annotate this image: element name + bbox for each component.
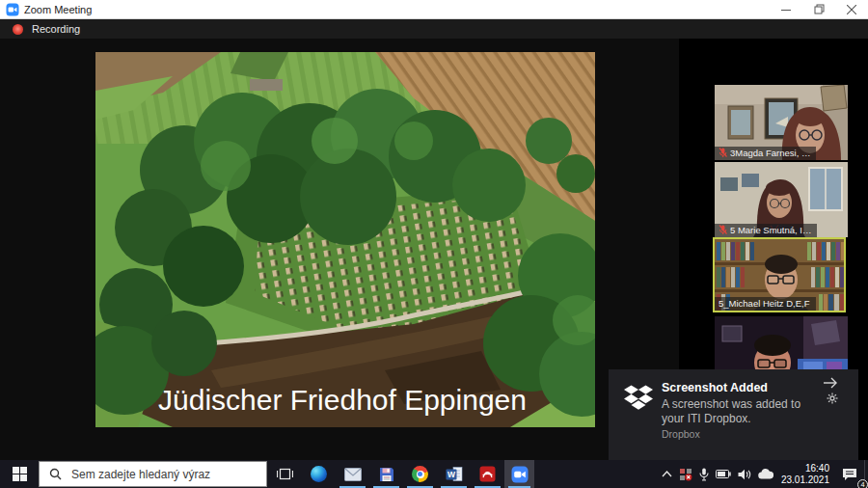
taskbar-acrobat-button[interactable] bbox=[471, 460, 504, 488]
edge-icon bbox=[311, 466, 327, 482]
restore-button[interactable] bbox=[802, 0, 835, 19]
battery-icon bbox=[716, 470, 731, 478]
zoom-meeting-window: Zoom Meeting Recordi bbox=[0, 0, 868, 488]
windows-taskbar: W bbox=[0, 460, 868, 488]
zoom-app-icon bbox=[6, 3, 19, 16]
system-tray: 16:40 23.01.2021 4 bbox=[659, 460, 868, 488]
recording-label: Recording bbox=[32, 23, 80, 35]
dismiss-arrow-icon[interactable] bbox=[823, 377, 838, 389]
mic-muted-icon bbox=[719, 148, 727, 158]
tray-app-error[interactable] bbox=[676, 460, 696, 488]
participant-label: 3Magda Farnesi, … bbox=[715, 147, 816, 160]
cloud-icon bbox=[758, 469, 773, 479]
tray-onedrive[interactable] bbox=[755, 460, 777, 488]
notification-body: A screenshot was added to your ITI Dropb… bbox=[662, 397, 806, 426]
dropbox-notification-toast[interactable]: Screenshot Added A screenshot was added … bbox=[609, 369, 858, 460]
window-title: Zoom Meeting bbox=[24, 4, 92, 15]
close-icon bbox=[847, 5, 856, 14]
taskbar-chrome-button[interactable] bbox=[403, 460, 437, 488]
acrobat-icon bbox=[479, 466, 496, 482]
action-center-button[interactable]: 4 bbox=[835, 460, 864, 488]
participant-label: 5 Marie Smutná, I… bbox=[715, 224, 817, 237]
notification-settings-gear-icon[interactable] bbox=[827, 393, 838, 404]
mic-muted-icon bbox=[719, 225, 727, 235]
participant-name: 5_Michael Heitz D,E,F bbox=[719, 298, 810, 309]
word-icon: W bbox=[446, 466, 463, 482]
taskbar-zoom-button-active[interactable] bbox=[504, 460, 534, 488]
aerial-cemetery-photo: Jüdischer Friedhof Eppingen bbox=[95, 52, 595, 427]
tray-clock[interactable]: 16:40 23.01.2021 bbox=[777, 463, 835, 486]
slide-title: Jüdischer Friedhof Eppingen bbox=[158, 384, 527, 416]
floppy-disk-icon bbox=[379, 467, 394, 482]
windows-logo-icon bbox=[13, 467, 27, 481]
minimize-icon bbox=[781, 5, 791, 14]
minimize-button[interactable] bbox=[770, 0, 802, 19]
meeting-topbar: Recording bbox=[0, 19, 868, 39]
close-button[interactable] bbox=[835, 0, 868, 19]
chevron-up-icon bbox=[662, 471, 672, 477]
taskbar-save-app-button[interactable] bbox=[369, 460, 403, 488]
shared-slide: Jüdischer Friedhof Eppingen bbox=[95, 52, 595, 427]
search-icon bbox=[49, 468, 62, 480]
participant-name: 3Magda Farnesi, … bbox=[730, 148, 810, 158]
taskbar-search[interactable] bbox=[39, 461, 267, 487]
clock-date: 23.01.2021 bbox=[781, 474, 829, 486]
video-tile-magda[interactable]: 3Magda Farnesi, … bbox=[715, 85, 848, 160]
tray-volume[interactable] bbox=[735, 460, 755, 488]
task-view-icon bbox=[277, 467, 293, 481]
tray-overflow-chevron[interactable] bbox=[659, 460, 676, 488]
notification-title: Screenshot Added bbox=[662, 381, 768, 394]
tray-battery[interactable] bbox=[713, 460, 735, 488]
video-tile-michael-active-speaker[interactable]: 5_Michael Heitz D,E,F bbox=[713, 237, 846, 312]
task-view-button[interactable] bbox=[267, 460, 302, 488]
window-titlebar: Zoom Meeting bbox=[0, 0, 868, 19]
dropbox-icon bbox=[624, 385, 653, 412]
notification-count-badge: 4 bbox=[857, 479, 868, 488]
microphone-icon bbox=[699, 468, 709, 481]
app-grid-error-icon bbox=[679, 468, 692, 481]
action-center-icon bbox=[842, 468, 857, 481]
taskbar-mail-button[interactable] bbox=[336, 460, 369, 488]
zoom-icon bbox=[511, 466, 529, 483]
word-glyph: W bbox=[447, 470, 455, 479]
taskbar-word-button[interactable]: W bbox=[437, 460, 471, 488]
recording-dot-icon bbox=[13, 24, 23, 35]
speaker-icon bbox=[738, 469, 751, 480]
chrome-icon bbox=[412, 466, 428, 482]
video-tile-marie[interactable]: 5 Marie Smutná, I… bbox=[715, 162, 848, 237]
tray-microphone[interactable] bbox=[696, 460, 713, 488]
taskbar-edge-button[interactable] bbox=[302, 460, 336, 488]
start-button[interactable] bbox=[0, 460, 39, 488]
participant-label: 5_Michael Heitz D,E,F bbox=[715, 297, 816, 311]
meeting-main-area: Jüdischer Friedhof Eppingen bbox=[0, 39, 868, 460]
search-input[interactable] bbox=[69, 467, 248, 482]
mail-icon bbox=[344, 468, 362, 481]
participant-name: 5 Marie Smutná, I… bbox=[730, 225, 811, 235]
notification-source: Dropbox bbox=[662, 428, 700, 440]
restore-icon bbox=[814, 4, 825, 14]
clock-time: 16:40 bbox=[781, 463, 829, 474]
